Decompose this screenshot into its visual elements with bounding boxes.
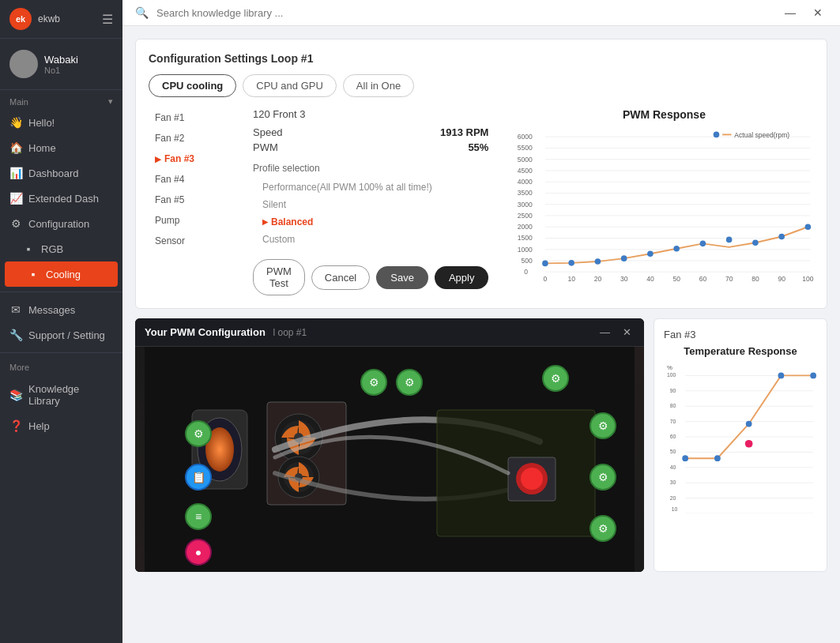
pwm-test-button[interactable]: PWM Test (253, 259, 305, 295)
svg-text:2000: 2000 (518, 223, 533, 231)
configuration-icon: ⚙ (9, 217, 22, 230)
save-button[interactable]: Save (376, 266, 428, 289)
svg-point-37 (543, 261, 549, 267)
pwm-header: Your PWM Configuration l oop #1 — ✕ (135, 318, 644, 347)
fan-item-pump[interactable]: Pump (149, 211, 228, 230)
sidebar-item-label: Cooling (46, 269, 81, 280)
sidebar-item-label: Dashboard (28, 167, 79, 179)
content-area: Configuration Settings Loop #1 CPU cooli… (122, 26, 840, 643)
sidebar-item-hello[interactable]: 👋 Hello! (0, 110, 122, 135)
profile-selection-label: Profile selection (253, 163, 488, 174)
svg-text:1000: 1000 (518, 246, 533, 254)
fan-item-3[interactable]: ▶Fan #3 (149, 149, 228, 168)
fan-name: 120 Front 3 (253, 108, 488, 120)
svg-point-114 (682, 455, 688, 461)
svg-text:80: 80 (752, 275, 760, 283)
svg-text:20: 20 (670, 495, 676, 501)
temp-response-card: Fan #3 Temperature Response % 100 90 80 … (654, 318, 827, 572)
support-icon: 🔧 (9, 329, 22, 341)
svg-text:80: 80 (670, 403, 676, 408)
pwm-minimize-button[interactable]: — (597, 325, 613, 340)
svg-text:2500: 2500 (518, 212, 533, 220)
svg-text:5500: 5500 (518, 144, 533, 152)
svg-text:Actual speed(rpm): Actual speed(rpm) (735, 131, 790, 139)
svg-point-38 (569, 260, 575, 266)
profile-silent[interactable]: Silent (253, 196, 488, 213)
profile-balanced[interactable]: Balanced (253, 213, 488, 231)
pwm-close-button[interactable]: ✕ (620, 325, 635, 340)
tab-all-in-one[interactable]: All in One (343, 74, 414, 97)
fan-details: 120 Front 3 Speed 1913 RPM PWM 55% Profi… (240, 108, 501, 295)
svg-point-48 (714, 132, 720, 138)
user-area: Wabaki No1 (0, 39, 122, 90)
home-icon: 🏠 (9, 141, 22, 154)
svg-text:90: 90 (778, 275, 786, 283)
sidebar-item-extended-dash[interactable]: 📈 Extended Dash (0, 186, 122, 211)
pc-visual: ⚙ ⚙ ⚙ ⚙ 📋 ≡ (135, 347, 644, 572)
fan-item-1[interactable]: Fan #1 (149, 108, 228, 127)
minimize-button[interactable]: — (780, 5, 800, 21)
close-button[interactable]: ✕ (808, 5, 827, 21)
svg-text:30: 30 (620, 275, 628, 283)
sidebar-item-knowledge[interactable]: 📚 Knowledge Library (0, 377, 122, 413)
svg-text:⚙: ⚙ (598, 522, 608, 535)
fan-item-5[interactable]: Fan #5 (149, 190, 228, 209)
tab-cpu-cooling[interactable]: CPU cooling (149, 74, 236, 97)
pwm-image-area: ⚙ ⚙ ⚙ ⚙ 📋 ≡ (135, 347, 644, 572)
svg-text:⚙: ⚙ (405, 376, 415, 389)
svg-text:10: 10 (568, 275, 576, 283)
temp-chart-title: Temperature Response (664, 345, 817, 357)
pwm-chart-container: PWM Response 6000 5500 5000 4500 4000 35… (514, 108, 814, 295)
sidebar-item-label: RGB (41, 243, 63, 255)
svg-text:4500: 4500 (518, 167, 533, 175)
svg-text:60: 60 (699, 275, 707, 283)
pwm-config-subtitle: l oop #1 (273, 327, 307, 338)
svg-point-118 (810, 373, 816, 379)
sidebar-item-label: Home (28, 142, 56, 154)
profile-performance[interactable]: Performance(All PWM 100% at all time!) (253, 179, 488, 196)
fan-item-sensor[interactable]: Sensor (149, 231, 228, 250)
tab-row: CPU cooling CPU and GPU All in One (149, 74, 814, 97)
svg-point-116 (746, 421, 752, 427)
avatar (9, 50, 38, 78)
sidebar-item-home[interactable]: 🏠 Home (0, 135, 122, 160)
sidebar-item-cooling[interactable]: ▪ Cooling (5, 261, 118, 287)
sidebar-item-messages[interactable]: ✉ Messages (0, 297, 122, 322)
sidebar-item-configuration[interactable]: ⚙ Configuration (0, 211, 122, 236)
svg-text:500: 500 (522, 257, 533, 265)
sidebar-divider-2 (0, 352, 122, 353)
sidebar-item-rgb[interactable]: ▪ RGB (0, 236, 122, 261)
sidebar-item-help[interactable]: ❓ Help (0, 413, 122, 438)
rgb-icon: ▪ (22, 243, 35, 255)
hamburger-icon[interactable]: ☰ (102, 12, 113, 27)
sidebar-item-support[interactable]: 🔧 Support / Setting (0, 322, 122, 348)
app-name: ekwb (38, 13, 60, 24)
svg-text:10: 10 (672, 506, 678, 512)
apply-button[interactable]: Apply (435, 266, 489, 289)
profile-custom[interactable]: Custom (253, 231, 488, 248)
cancel-button[interactable]: Cancel (311, 265, 370, 290)
svg-point-41 (648, 250, 654, 257)
logo-area: ek ekwb (9, 8, 60, 30)
svg-text:4000: 4000 (518, 178, 533, 186)
speed-label: Speed (253, 126, 283, 138)
pwm-config-title: Your PWM Configuration (145, 326, 266, 338)
pwm-label: PWM (253, 141, 278, 153)
config-body: Fan #1 Fan #2 ▶Fan #3 Fan #4 Fan #5 Pump… (149, 108, 814, 295)
pc-svg: ⚙ ⚙ ⚙ ⚙ 📋 ≡ (135, 347, 644, 572)
svg-point-47 (805, 224, 812, 230)
search-input[interactable] (156, 7, 772, 19)
tab-cpu-gpu[interactable]: CPU and GPU (243, 74, 337, 97)
sidebar-item-dashboard[interactable]: 📊 Dashboard (0, 160, 122, 186)
fan-item-4[interactable]: Fan #4 (149, 170, 228, 189)
profile-section: Profile selection Performance(All PWM 10… (253, 163, 488, 248)
svg-point-44 (726, 237, 733, 243)
logo-text: ek (16, 14, 25, 24)
search-icon: 🔍 (135, 6, 149, 19)
sidebar-item-label: Configuration (28, 218, 89, 230)
svg-text:⚙: ⚙ (598, 471, 608, 483)
extended-dash-icon: 📈 (9, 192, 22, 205)
svg-text:40: 40 (647, 275, 655, 283)
fan-item-2[interactable]: Fan #2 (149, 129, 228, 148)
user-info: Wabaki No1 (44, 54, 78, 75)
